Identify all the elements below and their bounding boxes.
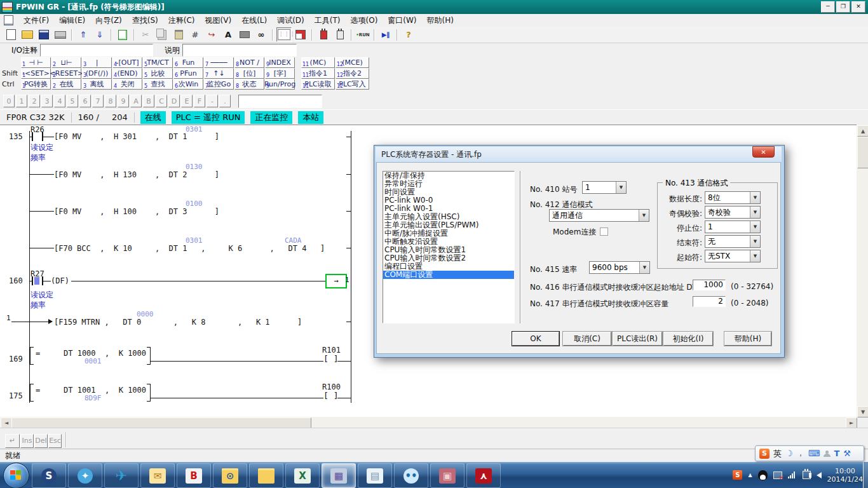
fkey-ctrl-12[interactable]: 12PLC写入 — [336, 79, 369, 90]
tray-clock[interactable]: 10:00 2014/1/24 — [827, 467, 863, 484]
numpad-key-6[interactable]: 6 — [79, 95, 91, 107]
menu-item-4[interactable]: 注释(C) — [163, 14, 200, 27]
menu-item-9[interactable]: 选项(O) — [346, 14, 383, 27]
description-input[interactable] — [182, 44, 297, 57]
numpad-key-1[interactable]: 1 — [16, 95, 27, 107]
dialog-close-icon[interactable]: ✕ — [752, 146, 775, 158]
numpad-key-C[interactable]: C — [156, 95, 167, 107]
photo-viewer-icon[interactable]: ▣ — [430, 463, 465, 488]
menu-item-2[interactable]: 向导(Z) — [90, 14, 127, 27]
print-icon[interactable] — [53, 27, 68, 42]
chevron-down-icon[interactable]: ▼ — [639, 262, 649, 273]
instruction-f0mv-1[interactable]: [F0 MV , H 301 , DT 1 ] — [54, 132, 219, 141]
fkey-ctrl-4[interactable]: 4关闭 — [112, 79, 142, 90]
fkey-plain-6[interactable]: 6Fun — [173, 57, 203, 68]
fkey-shift-4[interactable]: 4(END) — [112, 68, 142, 79]
fkey-plain-12[interactable]: 12(MCE) — [336, 57, 369, 68]
fkey-plain-2[interactable]: 2⊔⊢ — [51, 57, 81, 68]
qq-tray-icon[interactable] — [758, 470, 768, 480]
download-program-icon[interactable]: ⇓ — [92, 27, 107, 42]
network-signal-icon[interactable] — [788, 471, 797, 478]
help-button[interactable]: 帮助(H) — [724, 332, 771, 346]
output-coil[interactable]: [ ] — [323, 354, 338, 363]
chevron-down-icon[interactable]: ▼ — [639, 210, 649, 221]
menu-item-7[interactable]: 调试(D) — [272, 14, 309, 27]
header-select[interactable]: 无STX▼ — [705, 250, 761, 262]
instruction-f0mv-3[interactable]: [F0 MV , H 100 , DT 3 ] — [54, 207, 219, 216]
entry-input[interactable] — [238, 95, 322, 108]
save-file-icon[interactable] — [36, 27, 51, 42]
fkey-ctrl-7[interactable]: 7监控Go — [204, 79, 234, 90]
menu-item-5[interactable]: 视图(V) — [200, 14, 237, 27]
fkey-shift-9[interactable]: 9[字] — [265, 68, 295, 79]
messenger-app-icon[interactable]: •• — [394, 463, 428, 488]
buffer-start-input[interactable]: 1000 — [693, 280, 726, 290]
chevron-down-icon[interactable]: ▼ — [750, 221, 760, 233]
run-prog-toggle-icon[interactable]: ▶∥ — [378, 27, 393, 42]
language-bar[interactable]: S 英 ☽ ， ⌨ T ⚒ — [755, 445, 864, 461]
modem-checkbox[interactable] — [600, 227, 608, 236]
io-comment-icon[interactable]: # — [187, 27, 203, 42]
fkey-shift-8[interactable]: 8[位] — [234, 68, 264, 79]
numpad-key-E[interactable]: E — [181, 95, 193, 107]
numpad-key-A[interactable]: A — [130, 95, 142, 107]
horizontal-scroll-thumb[interactable] — [11, 417, 311, 428]
dialog-titlebar[interactable]: PLC系统寄存器设置 - 通讯.fp — [376, 147, 782, 162]
fkey-plain-11[interactable]: 11(MC) — [301, 57, 335, 68]
fpwin-gr-icon[interactable]: ▦ — [322, 463, 356, 488]
chevron-down-icon[interactable]: ▼ — [616, 182, 626, 193]
tray-expand-icon[interactable]: ▲ — [748, 472, 752, 478]
offline-mode-icon[interactable] — [332, 27, 348, 42]
chevron-down-icon[interactable]: ▼ — [750, 207, 760, 218]
account-icon[interactable] — [824, 451, 830, 457]
compare-operator[interactable]: = — [36, 349, 40, 358]
df-instruction[interactable]: (DF) — [51, 276, 69, 285]
buffer-capacity-input[interactable]: 2 — [693, 296, 726, 307]
comm-mode-select[interactable]: 通用通信▼ — [549, 209, 649, 222]
chevron-down-icon[interactable]: ▼ — [750, 250, 760, 262]
fkey-shift-12[interactable]: 12指令2 — [336, 68, 369, 79]
fkey-shift-6[interactable]: 6PFun — [173, 68, 203, 79]
file-search-app-icon[interactable]: ⊙ — [213, 463, 247, 488]
fkey-shift-11[interactable]: 11指令1 — [301, 68, 335, 79]
copy-icon[interactable] — [154, 27, 170, 42]
find-icon[interactable]: ∞ — [254, 27, 269, 42]
cut-icon[interactable]: ✂ — [138, 27, 153, 42]
capture-app-icon[interactable]: B — [177, 463, 211, 488]
upload-program-icon[interactable]: ⇑ — [76, 27, 91, 42]
numpad-key-7[interactable]: 7 — [92, 95, 104, 107]
numpad-key-9[interactable]: 9 — [118, 95, 129, 107]
fkey-ctrl-1[interactable]: 1PG转换 — [21, 79, 51, 90]
fkey-shift-3[interactable]: 3(DF(/)) — [82, 68, 112, 79]
cancel-button[interactable]: 取消(C) — [563, 332, 611, 346]
monitor-window-icon[interactable] — [293, 27, 308, 42]
text-comment-icon[interactable]: A — [220, 27, 236, 42]
scroll-right-icon[interactable]: ► — [846, 417, 857, 428]
menu-item-8[interactable]: 工具(T) — [309, 14, 346, 27]
fkey-ctrl-6[interactable]: 6次Win — [173, 79, 203, 90]
chevron-down-icon[interactable]: ▼ — [750, 236, 760, 247]
fkey-ctrl-5[interactable]: 5查找 — [143, 79, 173, 90]
compare-args[interactable]: DT 1001 , K 1000 — [64, 386, 146, 395]
list-item-12[interactable]: COM端口设置 — [383, 271, 514, 279]
ladder-editor-icon[interactable]: ⋮⋮⋮ — [276, 27, 292, 42]
cursor-selection-box[interactable]: → — [325, 274, 347, 288]
numpad-key-2[interactable]: 2 — [29, 95, 40, 107]
help-icon[interactable]: ? — [401, 27, 416, 42]
numpad-key-0[interactable]: 0 — [3, 95, 15, 107]
start-button[interactable] — [3, 463, 29, 488]
initialize-button[interactable]: 初始化(I) — [663, 332, 713, 346]
station-number-select[interactable]: 1▼ — [582, 181, 627, 194]
fkey-plain-7[interactable]: 7──── — [204, 57, 234, 68]
sogou-browser-icon[interactable]: S — [32, 463, 66, 488]
data-length-select[interactable]: 8位▼ — [705, 191, 761, 204]
horizontal-scrollbar[interactable]: ◄ ► — [0, 417, 857, 428]
numpad-key-5[interactable]: 5 — [67, 95, 78, 107]
fkey-ctrl-2[interactable]: 2在线 — [51, 79, 81, 90]
punctuation-icon[interactable]: ， — [797, 448, 804, 459]
compare-operator[interactable]: = — [36, 386, 40, 395]
action-center-flag-icon[interactable]: ✕ — [773, 471, 782, 479]
compass-browser-icon[interactable]: ✦ — [68, 463, 102, 488]
scroll-down-icon[interactable]: ▼ — [857, 406, 868, 417]
menu-item-11[interactable]: 帮助(H) — [422, 14, 459, 27]
